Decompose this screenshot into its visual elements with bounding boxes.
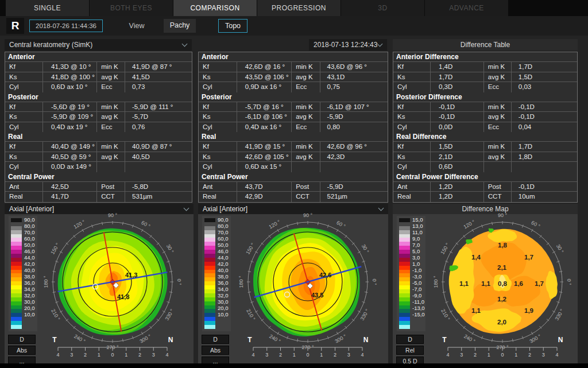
- table-row: Cyl0,6D ax 15 °: [199, 162, 388, 172]
- cell-value: 1,5D: [430, 142, 483, 152]
- topo-button[interactable]: Topo: [218, 19, 247, 33]
- table-section-central-power-difference: Central Power DifferenceAnt1,2DPost-0,1D…: [393, 172, 577, 202]
- section-title: Real Difference: [393, 132, 577, 142]
- ruler-label: 4: [446, 352, 449, 358]
- ruler-label: 4: [252, 352, 254, 358]
- cell-value: -5,7D: [125, 112, 192, 122]
- ruler-label: 1: [514, 352, 517, 358]
- cell-label: Ks: [393, 112, 430, 122]
- difference-value-annotation: 1,9: [524, 307, 533, 314]
- table-row: Cyl0,4D ax 16 °Ecc0,80: [199, 122, 388, 133]
- ruler-label: 3: [152, 352, 155, 358]
- cell-label: Ecc: [291, 82, 319, 92]
- cell-label: min K: [291, 62, 319, 72]
- dial-tick: [362, 301, 365, 303]
- table-row: Ks41,8D @ 100 °avg K41,5D: [5, 72, 192, 83]
- cell-value: 0,76: [125, 122, 192, 133]
- tab-comparison[interactable]: COMPARISON: [173, 0, 257, 16]
- dial-tick: [53, 272, 56, 272]
- cell-value: 42,9D: [237, 192, 291, 202]
- section-title: Central Power Difference: [393, 172, 577, 182]
- cell-label: [483, 162, 511, 172]
- table-section-posterior: PosteriorKf-5,7D @ 16 °min K-6,1D @ 107 …: [199, 92, 388, 133]
- cell-label: Kf: [5, 102, 42, 112]
- cell-label: Kf: [199, 102, 237, 112]
- dial-angle-label: 180 °: [43, 276, 49, 288]
- cell-label: avg K: [291, 152, 319, 162]
- cell-value: -6,1D @ 106 °: [237, 112, 291, 122]
- difference-value-annotation: 1,4: [471, 254, 481, 261]
- cell-label: [96, 162, 125, 172]
- tab-3d: 3D: [341, 0, 424, 16]
- dial-tick: [248, 292, 251, 292]
- cell-value: 1,2D: [430, 192, 483, 202]
- table-section-posterior-difference: Posterior DifferenceKf-0,1Dmin K-0,1DKs-…: [393, 92, 577, 133]
- table-row: Cyl0,6D: [393, 162, 577, 172]
- cell-value: 1,5D: [511, 72, 577, 82]
- table-row: Kf41,3D @ 10 °min K41,9D @ 87 °: [5, 62, 192, 72]
- cell-label: Cyl: [199, 82, 237, 92]
- dial-tick: [132, 336, 133, 339]
- difference-value-annotation: 1,1: [459, 280, 469, 287]
- table-row: Real1,2DCCT10um: [393, 192, 577, 202]
- table-row: Ant42,5DPost-5,8D: [5, 182, 192, 192]
- dial-tick: [445, 261, 448, 262]
- tab-progression[interactable]: PROGRESSION: [257, 0, 341, 16]
- table-section-anterior: AnteriorKf42,6D @ 16 °min K43,6D @ 96 °K…: [199, 52, 388, 92]
- k-steep-label: 43,5: [311, 292, 323, 299]
- dial-angle-label: 30 °: [555, 243, 565, 254]
- dial-angle-label: 30 °: [165, 243, 175, 254]
- dial-tick: [482, 224, 483, 227]
- cell-label: avg K: [483, 72, 511, 82]
- cell-value: 41,5D: [125, 72, 192, 82]
- cell-value: 531µm: [125, 192, 192, 202]
- left-map-type-selector[interactable]: Central keratometry (SimK): [5, 39, 192, 51]
- cell-label: Real: [5, 192, 42, 202]
- section-title: Central Power: [199, 172, 388, 182]
- cell-label: min K: [483, 142, 511, 152]
- chevron-down-icon: [377, 41, 383, 47]
- cell-label: Kf: [393, 62, 430, 72]
- chevron-down-icon: [182, 41, 188, 47]
- cell-label: avg K: [483, 152, 511, 162]
- difference-map-panel: Difference Map15,013,011,09,07,05,03,01,…: [393, 204, 578, 363]
- ruler-label: 1: [125, 352, 127, 358]
- cell-value: 1,8D: [511, 152, 577, 162]
- dial-tick: [122, 222, 123, 225]
- dial-angle-label: 150 °: [439, 242, 450, 255]
- cell-value: -6,1D @ 107 °: [320, 102, 388, 112]
- section-title: Posterior: [199, 92, 388, 102]
- cell-value: 0,6D ax 15 °: [237, 162, 291, 172]
- eye-indicator-button[interactable]: R: [6, 18, 24, 34]
- table-row: Kf-5,7D @ 16 °min K-6,1D @ 107 °: [199, 102, 388, 113]
- ruler-label: 2: [334, 352, 336, 358]
- dial-tick: [559, 272, 562, 272]
- cell-value: 41,3D @ 10 °: [42, 62, 96, 72]
- cell-label: avg K: [291, 72, 319, 82]
- cell-label: Cyl: [393, 122, 430, 133]
- dial-tick: [169, 272, 172, 272]
- dial-tick: [297, 222, 298, 225]
- dial-tick: [92, 224, 93, 227]
- cell-value: 41,7D: [42, 192, 96, 202]
- cell-value: 10um: [511, 192, 577, 202]
- exam-date-selector[interactable]: 2018-07-26 11:44:36: [29, 20, 103, 32]
- cell-label: Cyl: [199, 162, 237, 172]
- cell-value: 0,73: [125, 82, 192, 92]
- dial-tick: [132, 224, 133, 227]
- cell-value: 43,1D: [320, 72, 388, 82]
- dial-tick: [318, 339, 318, 342]
- table-row: Kf42,6D @ 16 °min K43,6D @ 96 °: [199, 62, 388, 72]
- cell-label: Ks: [393, 152, 430, 162]
- compare-date-selector[interactable]: 2018-07-13 12:24:43: [309, 39, 387, 51]
- cell-value: -0,1D: [430, 112, 483, 122]
- pachy-button[interactable]: Pachy: [164, 19, 196, 33]
- compare-topo-map-panel: Axial [Anterior]90,080,070,060,050,046,0…: [198, 204, 388, 363]
- topo-map: 1,81,41,72,11,11,10,81,61,71,21,11,92,09…: [393, 204, 578, 363]
- tab-single[interactable]: SINGLE: [6, 0, 89, 16]
- nasal-label: N: [363, 336, 369, 344]
- dial-tick: [55, 301, 58, 303]
- cell-value: 0,04: [511, 122, 577, 133]
- cell-label: Ks: [5, 72, 42, 82]
- table-row: Ks-0,1Davg K-0,1D: [393, 112, 577, 122]
